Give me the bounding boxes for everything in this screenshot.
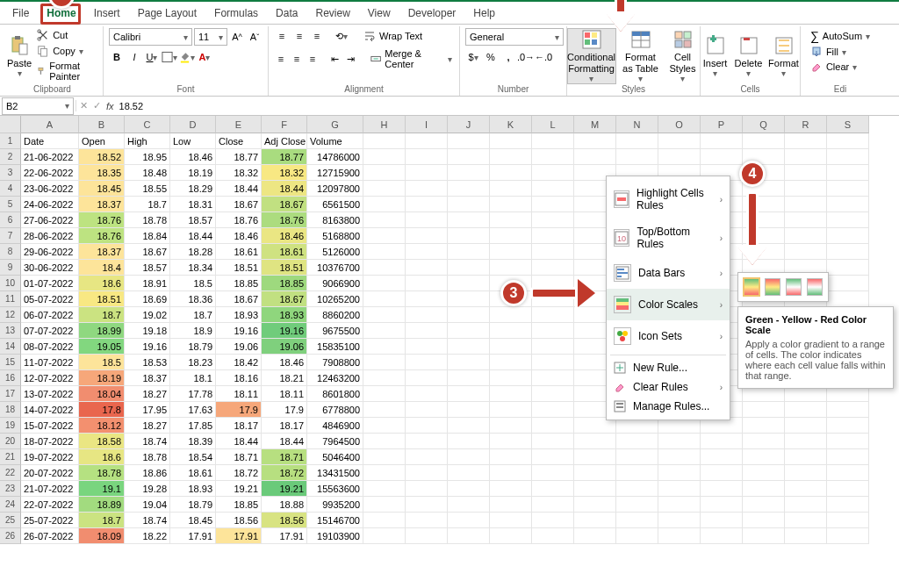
cell[interactable]: 18.46 [262, 228, 307, 244]
cell[interactable]: 26-07-2022 [21, 528, 79, 544]
cell[interactable]: 18.89 [79, 497, 125, 513]
cell[interactable]: 20-07-2022 [21, 465, 79, 481]
cell[interactable]: 18.45 [170, 513, 216, 528]
cell[interactable]: 18.17 [216, 418, 262, 434]
cell[interactable]: 18.72 [216, 465, 262, 481]
cell[interactable]: 24-06-2022 [21, 197, 79, 212]
header-cell[interactable]: Adj Close [262, 133, 307, 149]
cell[interactable]: 18.55 [125, 181, 170, 197]
col-header-R[interactable]: R [785, 116, 827, 133]
cell[interactable]: 19.05 [79, 339, 125, 355]
cell[interactable]: 18.7 [170, 307, 216, 323]
cell[interactable]: 18.99 [79, 323, 125, 339]
cell[interactable]: 17.91 [170, 528, 216, 544]
col-header-D[interactable]: D [170, 116, 216, 133]
decrease-font-icon[interactable]: Aˇ [247, 29, 263, 45]
cell[interactable]: 05-07-2022 [21, 291, 79, 307]
copy-button[interactable]: Copy ▾ [35, 44, 97, 58]
tab-review[interactable]: Review [306, 4, 358, 23]
cell[interactable]: 18.1 [170, 370, 216, 386]
cell[interactable]: 18.4 [79, 260, 125, 276]
cell[interactable]: 18.91 [125, 276, 170, 291]
cell[interactable]: 18.85 [216, 276, 262, 291]
col-header-L[interactable]: L [532, 116, 574, 133]
format-painter-button[interactable]: Format Painter [35, 60, 97, 82]
cell[interactable]: 18.7 [79, 513, 125, 528]
cell[interactable]: 18.37 [79, 197, 125, 212]
number-format-select[interactable]: General▾ [465, 28, 564, 46]
col-header-J[interactable]: J [448, 116, 490, 133]
clear-button[interactable]: Clear ▾ [809, 60, 859, 74]
cell[interactable]: 5046400 [307, 449, 363, 465]
format-cells-button[interactable]: Format▾ [767, 28, 801, 84]
cell[interactable]: 19-07-2022 [21, 449, 79, 465]
cell[interactable]: 18.37 [125, 370, 170, 386]
cell[interactable]: 18.27 [125, 386, 170, 402]
cell[interactable]: 18.76 [262, 212, 307, 228]
cell[interactable]: 15563600 [307, 481, 363, 497]
cell[interactable]: 19.28 [125, 481, 170, 497]
cell[interactable]: 18.29 [170, 181, 216, 197]
cell[interactable]: 9935200 [307, 497, 363, 513]
cell[interactable]: 18.46 [170, 149, 216, 165]
color-scale-gyr[interactable] [744, 278, 759, 296]
cell[interactable]: 18.71 [216, 449, 262, 465]
cell[interactable]: 8163800 [307, 212, 363, 228]
cell[interactable]: 08-07-2022 [21, 339, 79, 355]
cell[interactable]: 18.78 [79, 465, 125, 481]
percent-format-icon[interactable]: % [483, 49, 499, 65]
row-header[interactable]: 23 [0, 481, 21, 497]
row-header[interactable]: 7 [0, 228, 21, 244]
insert-cells-button[interactable]: Insert▾ [701, 28, 730, 84]
row-header[interactable]: 16 [0, 370, 21, 386]
column-headers[interactable]: ABCDEFGHIJKLMNOPQRS [21, 116, 869, 133]
cell[interactable]: 18.31 [170, 197, 216, 212]
col-header-E[interactable]: E [216, 116, 262, 133]
increase-font-icon[interactable]: A^ [229, 29, 245, 45]
cell[interactable]: 18.61 [170, 465, 216, 481]
col-header-B[interactable]: B [79, 116, 125, 133]
cell[interactable]: 18.7 [79, 307, 125, 323]
cell[interactable]: 18.67 [216, 197, 262, 212]
header-cell[interactable]: Low [170, 133, 216, 149]
cell[interactable]: 12715900 [307, 165, 363, 181]
cell[interactable]: 14-07-2022 [21, 402, 79, 418]
cell[interactable]: 18.42 [216, 355, 262, 370]
cell[interactable]: 6778800 [307, 402, 363, 418]
cell[interactable]: 18.51 [216, 260, 262, 276]
fill-color-button[interactable]: ▾ [179, 49, 195, 65]
cell[interactable]: 18.46 [216, 228, 262, 244]
header-cell[interactable]: Date [21, 133, 79, 149]
row-header[interactable]: 17 [0, 386, 21, 402]
cell[interactable]: 18.86 [125, 465, 170, 481]
cell[interactable]: 17.8 [79, 402, 125, 418]
col-header-K[interactable]: K [490, 116, 532, 133]
cell[interactable]: 18.76 [79, 212, 125, 228]
cell[interactable]: 18.39 [170, 434, 216, 449]
row-header[interactable]: 18 [0, 402, 21, 418]
cell-styles-button[interactable]: Cell Styles▾ [665, 28, 701, 84]
cell[interactable]: 28-06-2022 [21, 228, 79, 244]
fx-icon[interactable]: fx [106, 101, 114, 111]
cell[interactable]: 18.51 [79, 291, 125, 307]
header-cell[interactable]: Open [79, 133, 125, 149]
cell[interactable]: 19.18 [125, 323, 170, 339]
cell[interactable]: 18.52 [79, 149, 125, 165]
cancel-icon[interactable]: ✕ [80, 100, 88, 111]
cell[interactable]: 18.77 [262, 149, 307, 165]
cell[interactable]: 7964500 [307, 434, 363, 449]
cell[interactable]: 18.17 [262, 418, 307, 434]
cell[interactable]: 5168800 [307, 228, 363, 244]
cell[interactable]: 18.74 [125, 434, 170, 449]
enter-icon[interactable]: ✓ [93, 100, 101, 111]
cell[interactable]: 18.5 [170, 276, 216, 291]
cf-color-scales[interactable]: Color Scales› [607, 289, 730, 320]
cell[interactable]: 18.76 [79, 228, 125, 244]
cell[interactable]: 30-06-2022 [21, 260, 79, 276]
underline-button[interactable]: U▾ [144, 49, 160, 65]
cell[interactable]: 18.85 [216, 497, 262, 513]
cell[interactable]: 18.32 [262, 165, 307, 181]
cell[interactable]: 12-07-2022 [21, 370, 79, 386]
cell[interactable]: 18.35 [79, 165, 125, 181]
col-header-P[interactable]: P [701, 116, 743, 133]
